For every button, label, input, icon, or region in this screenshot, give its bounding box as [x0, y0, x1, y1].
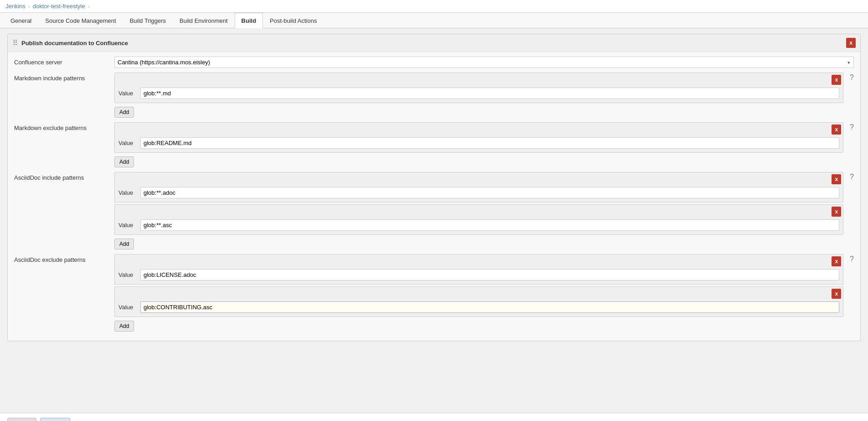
confluence-server-select[interactable]: Cantina (https://cantina.mos.eisley)	[114, 57, 854, 68]
markdown-exclude-pattern-0: x Value	[114, 122, 843, 153]
markdown-exclude-remove-0[interactable]: x	[832, 125, 841, 135]
pattern-header: x	[115, 123, 843, 135]
breadcrumb-jenkins[interactable]: Jenkins	[5, 3, 26, 10]
asciidoc-exclude-input-1[interactable]	[140, 301, 839, 313]
markdown-include-patterns: x Value Add	[114, 73, 843, 118]
value-label-1: Value	[118, 222, 137, 229]
markdown-include-help-icon[interactable]: ?	[850, 73, 854, 82]
markdown-include-label: Markdown include patterns	[14, 73, 114, 82]
tab-environment[interactable]: Build Environment	[173, 13, 235, 28]
markdown-include-input-0[interactable]	[140, 88, 839, 99]
breadcrumb-project[interactable]: doktor-test-freestyle	[33, 3, 85, 10]
asciidoc-include-remove-0[interactable]: x	[832, 174, 841, 184]
asciidoc-include-patterns: x Value x	[114, 172, 843, 249]
markdown-include-pattern-0: x Value	[114, 73, 843, 103]
main-content: ⠿ Publish documentation to Confluence x …	[0, 28, 868, 413]
asciidoc-include-remove-1[interactable]: x	[832, 207, 841, 217]
tab-post-build[interactable]: Post-build Actions	[263, 13, 324, 28]
asciidoc-exclude-pattern-1: x Value	[114, 286, 843, 317]
pattern-content: Value	[115, 218, 843, 234]
asciidoc-include-add-button[interactable]: Add	[114, 239, 134, 249]
value-label-0: Value	[118, 140, 137, 146]
markdown-exclude-row: Markdown exclude patterns x Value	[14, 122, 854, 167]
markdown-include-remove-0[interactable]: x	[832, 75, 841, 85]
asciidoc-include-pattern-0: x Value	[114, 172, 843, 203]
publish-section: ⠿ Publish documentation to Confluence x …	[7, 34, 861, 341]
tab-build[interactable]: Build	[235, 13, 263, 28]
asciidoc-include-field-wrap: x Value x	[114, 172, 854, 249]
section-header: ⠿ Publish documentation to Confluence x	[8, 34, 860, 52]
pattern-content: Value	[115, 185, 843, 202]
asciidoc-include-input-1[interactable]	[140, 219, 839, 231]
section-remove-button[interactable]: x	[846, 38, 856, 48]
section-body: Confluence server Cantina (https://canti…	[8, 52, 860, 341]
asciidoc-exclude-remove-0[interactable]: x	[832, 256, 841, 266]
value-label-0: Value	[118, 90, 137, 97]
markdown-exclude-add-button[interactable]: Add	[114, 156, 134, 167]
pattern-header: x	[115, 287, 843, 300]
asciidoc-exclude-help-icon[interactable]: ?	[850, 254, 854, 263]
breadcrumb-chevron-2: ›	[88, 4, 90, 9]
asciidoc-include-row: AsciidDoc include patterns x Value	[14, 172, 854, 249]
pattern-content: Value	[115, 267, 843, 284]
confluence-server-select-wrapper: Cantina (https://cantina.mos.eisley) ▾	[114, 57, 854, 68]
markdown-exclude-label: Markdown exclude patterns	[14, 122, 114, 131]
tab-general[interactable]: General	[4, 13, 38, 28]
markdown-exclude-field-wrap: x Value Add ?	[114, 122, 854, 167]
tab-bar: General Source Code Management Build Tri…	[0, 13, 868, 28]
asciidoc-exclude-remove-1[interactable]: x	[832, 289, 841, 299]
markdown-include-row: Markdown include patterns x Value	[14, 73, 854, 118]
pattern-header: x	[115, 205, 843, 218]
asciidoc-include-help-icon[interactable]: ?	[850, 172, 854, 181]
tab-scm[interactable]: Source Code Management	[38, 13, 123, 28]
pattern-content: Value	[115, 86, 843, 103]
value-label-0: Value	[118, 189, 137, 196]
pattern-header: x	[115, 172, 843, 185]
markdown-exclude-patterns: x Value Add	[114, 122, 843, 167]
apply-button[interactable]: Apply	[40, 418, 71, 421]
markdown-include-field-wrap: x Value Add ?	[114, 73, 854, 118]
asciidoc-include-label: AsciidDoc include patterns	[14, 172, 114, 181]
pattern-header: x	[115, 255, 843, 267]
markdown-include-add-button[interactable]: Add	[114, 107, 134, 118]
confluence-server-row: Confluence server Cantina (https://canti…	[14, 57, 854, 68]
pattern-header: x	[115, 73, 843, 86]
asciidoc-exclude-add-button[interactable]: Add	[114, 321, 134, 332]
breadcrumb-chevron-1: ›	[28, 4, 30, 9]
breadcrumb-bar: Jenkins › doktor-test-freestyle ›	[0, 0, 868, 13]
bottom-bar: Save Apply	[0, 413, 868, 421]
markdown-exclude-help-icon[interactable]: ?	[850, 122, 854, 131]
tab-triggers[interactable]: Build Triggers	[123, 13, 173, 28]
asciidoc-include-input-0[interactable]	[140, 187, 839, 198]
asciidoc-exclude-patterns: x Value x	[114, 254, 843, 332]
asciidoc-include-pattern-1: x Value	[114, 204, 843, 235]
asciidoc-exclude-row: AsciidDoc exclude patterns x Value	[14, 254, 854, 332]
markdown-exclude-input-0[interactable]	[140, 137, 839, 149]
value-label-0: Value	[118, 271, 137, 278]
section-title-text: Publish documentation to Confluence	[21, 40, 128, 47]
asciidoc-exclude-pattern-0: x Value	[114, 254, 843, 285]
pattern-content: Value	[115, 135, 843, 152]
confluence-server-label: Confluence server	[14, 57, 114, 66]
save-button[interactable]: Save	[7, 418, 36, 421]
drag-handle[interactable]: ⠿	[12, 39, 18, 47]
confluence-server-control: Cantina (https://cantina.mos.eisley) ▾	[114, 57, 854, 68]
value-label-1: Value	[118, 304, 137, 311]
section-title: ⠿ Publish documentation to Confluence	[12, 39, 128, 47]
pattern-content: Value	[115, 300, 843, 317]
asciidoc-exclude-label: AsciidDoc exclude patterns	[14, 254, 114, 263]
asciidoc-exclude-field-wrap: x Value x	[114, 254, 854, 332]
asciidoc-exclude-input-0[interactable]	[140, 269, 839, 281]
